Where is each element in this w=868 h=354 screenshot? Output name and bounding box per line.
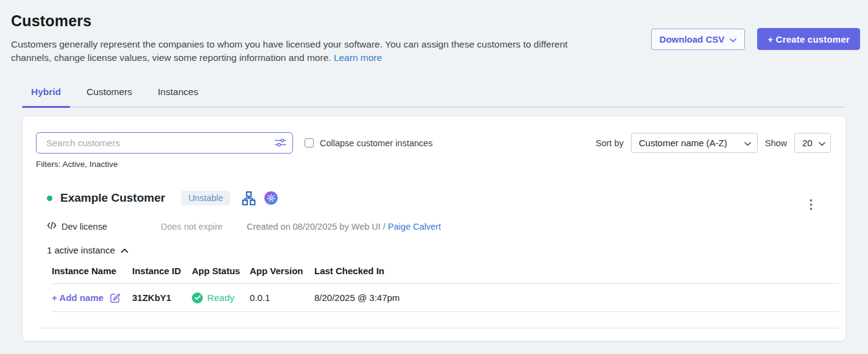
chevron-down-icon: [744, 138, 751, 148]
page-description: Customers generally represent the compan…: [11, 38, 599, 65]
customer-divider: [40, 328, 839, 328]
tab-hybrid[interactable]: Hybrid: [22, 87, 70, 107]
page-description-text: Customers generally represent the compan…: [11, 39, 568, 63]
search-wrapper: [36, 132, 293, 154]
sort-select-value: Customer name (A-Z): [639, 138, 727, 148]
app-status-cell: Ready: [192, 292, 250, 303]
sort-controls: Sort by Customer name (A-Z) Show 20: [596, 133, 831, 153]
col-instance-name: Instance Name: [52, 266, 132, 276]
sort-select[interactable]: Customer name (A-Z): [631, 133, 758, 153]
instance-table-header: Instance Name Instance ID App Status App…: [52, 266, 839, 284]
collapse-instances-control: Collapse customer instances: [305, 138, 432, 148]
customers-card: Collapse customer instances Sort by Cust…: [22, 116, 846, 341]
download-csv-button[interactable]: Download CSV: [651, 29, 746, 50]
license-type-label: Dev license: [62, 222, 107, 232]
created-by-user-link[interactable]: Paige Calvert: [388, 222, 441, 232]
filter-sliders-icon[interactable]: [274, 137, 287, 148]
customer-name[interactable]: Example Customer: [60, 191, 165, 205]
app-version-cell: 0.0.1: [250, 292, 314, 303]
col-last-checked-in: Last Checked In: [314, 266, 839, 276]
instances-collapse-toggle[interactable]: 1 active instance: [47, 245, 129, 255]
active-status-dot: [47, 196, 52, 201]
license-expiry: Does not expire: [161, 222, 247, 232]
license-type: Dev license: [47, 221, 161, 232]
sort-by-label: Sort by: [596, 138, 624, 148]
instance-table: Instance Name Instance ID App Status App…: [52, 266, 839, 312]
col-instance-id: Instance ID: [132, 266, 192, 276]
customer-header: Example Customer Unstable: [47, 184, 831, 212]
channel-badge: Unstable: [181, 191, 230, 205]
collapse-instances-checkbox[interactable]: [305, 138, 314, 147]
customers-page: Customers Customers generally represent …: [0, 0, 868, 341]
download-csv-label: Download CSV: [660, 34, 725, 44]
kubernetes-wheel-icon: [264, 191, 278, 205]
create-customer-button[interactable]: + Create customer: [757, 28, 860, 50]
col-app-version: App Version: [250, 266, 314, 276]
col-app-status: App Status: [192, 266, 250, 276]
add-name-link[interactable]: + Add name: [52, 292, 104, 303]
chevron-down-icon: [730, 34, 736, 44]
kebab-menu-icon[interactable]: [808, 197, 814, 212]
customer-row: Example Customer Unstable: [36, 184, 831, 328]
header-actions: Download CSV + Create customer: [651, 28, 860, 50]
show-label: Show: [765, 138, 787, 148]
tab-instances[interactable]: Instances: [149, 87, 207, 107]
chevron-down-icon: [819, 138, 825, 148]
instance-table-row: + Add name 31ZKbY1 Ready: [52, 284, 839, 312]
sitemap-icon: [241, 191, 256, 206]
active-filters-text: Filters: Active, Inactive: [36, 160, 831, 169]
app-status-label: Ready: [207, 292, 235, 303]
tab-customers[interactable]: Customers: [77, 87, 141, 107]
show-select-value: 20: [802, 138, 813, 148]
learn-more-link[interactable]: Learn more: [334, 52, 382, 63]
created-by-text: Created on 08/20/2025 by Web UI /: [247, 222, 386, 232]
collapse-instances-label: Collapse customer instances: [320, 138, 432, 148]
edit-pencil-icon[interactable]: [109, 292, 121, 303]
check-circle-icon: [192, 292, 203, 303]
page-title: Customers: [11, 12, 857, 30]
tab-bar: Hybrid Customers Instances: [22, 87, 845, 107]
show-select[interactable]: 20: [794, 133, 831, 153]
instance-name-cell: + Add name: [52, 292, 132, 303]
instance-id-cell: 31ZKbY1: [132, 292, 192, 303]
toolbar: Collapse customer instances Sort by Cust…: [36, 132, 831, 154]
license-row: Dev license Does not expire Created on 0…: [47, 221, 831, 232]
last-checked-in-cell: 8/20/2025 @ 3:47pm: [314, 292, 839, 303]
code-icon: [47, 221, 57, 232]
chevron-up-icon: [121, 245, 129, 255]
instances-summary-label: 1 active instance: [47, 245, 115, 255]
search-input[interactable]: [36, 132, 293, 154]
